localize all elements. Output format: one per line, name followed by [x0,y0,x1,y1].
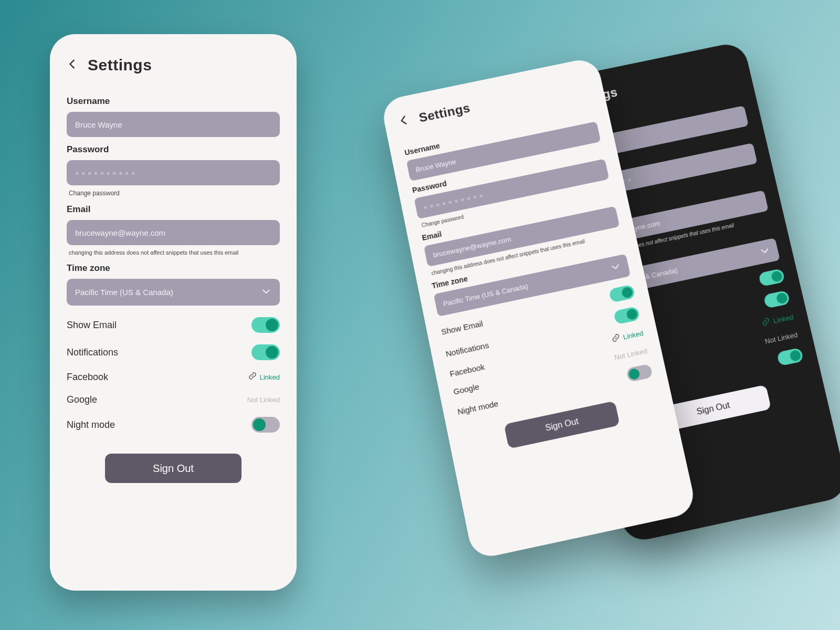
notifications-toggle[interactable] [613,306,640,324]
email-value: brucewayne@wayne.com [75,228,165,237]
username-input[interactable]: Bruce Wayne [67,112,280,137]
sign-out-label: Sign Out [544,416,580,433]
option-label: Google [67,394,97,405]
option-label: Notifications [67,347,118,358]
sign-out-button[interactable]: Sign Out [504,401,620,449]
chevron-down-icon [261,286,271,298]
option-label: Facebook [67,372,108,383]
sign-out-label: Sign Out [696,401,731,417]
sign-out-label: Sign Out [153,463,194,475]
option-label: Facebook [449,362,486,379]
option-night-mode: Night mode [67,417,280,433]
show-email-toggle[interactable] [608,285,635,303]
preview-stack: Settings Username Bruce Wayne Password ●… [368,63,735,588]
facebook-link-status[interactable]: Linked [622,329,644,341]
timezone-value: Pacific Time (US & Canada) [75,288,173,297]
link-icon [611,333,621,344]
night-mode-toggle[interactable] [251,417,280,433]
option-notifications: Notifications [67,344,280,360]
night-mode-toggle[interactable] [776,348,804,366]
link-icon [761,317,771,328]
facebook-link-status[interactable]: Linked [772,313,794,325]
username-value: Bruce Wayne [415,158,457,173]
page-title: Settings [88,56,152,74]
back-icon[interactable] [67,58,78,72]
facebook-link-status[interactable]: Linked [260,373,280,381]
night-mode-toggle[interactable] [626,363,653,382]
settings-screen-light-primary: Settings Username Bruce Wayne Password ●… [50,34,297,591]
notifications-toggle[interactable] [763,290,791,308]
chevron-down-icon [759,245,772,259]
back-icon[interactable] [397,113,411,129]
password-masked: ●●●●●●●●●● [423,191,486,211]
email-helper-text: changing this address does not affect sn… [69,249,278,256]
show-email-toggle[interactable] [251,317,280,333]
header: Settings [67,56,280,74]
email-label: Email [67,204,280,215]
password-label: Password [67,144,280,155]
option-show-email: Show Email [67,317,280,333]
username-label: Username [67,96,280,107]
password-masked: ●●●●●●●●●● [75,169,138,177]
google-link-status[interactable]: Not Linked [764,331,799,345]
notifications-toggle[interactable] [251,344,280,360]
option-label: Night mode [457,398,499,416]
link-icon [248,372,257,383]
sign-out-button[interactable]: Sign Out [105,454,242,483]
option-label: Night mode [67,419,115,430]
google-link-status[interactable]: Not Linked [247,396,280,404]
email-input[interactable]: brucewayne@wayne.com [67,220,280,245]
option-label: Notifications [445,340,489,358]
google-link-status[interactable]: Not Linked [614,347,648,362]
email-value: brucewayne@wayne.com [433,235,512,259]
timezone-select[interactable]: Pacific Time (US & Canada) [67,279,280,306]
password-input[interactable]: ●●●●●●●●●● [67,160,280,185]
option-label: Show Email [67,320,117,331]
option-label: Google [453,382,480,396]
option-label: Show Email [440,319,484,337]
timezone-label: Time zone [67,263,280,274]
timezone-value: Pacific Time (US & Canada) [443,282,529,308]
change-password-link[interactable]: Change password [69,190,278,197]
show-email-toggle[interactable] [758,268,785,287]
username-value: Bruce Wayne [75,120,122,129]
page-title: Settings [418,101,472,125]
chevron-down-icon [609,260,622,275]
option-google: Google Not Linked [67,394,280,405]
option-facebook: Facebook Linked [67,372,280,383]
